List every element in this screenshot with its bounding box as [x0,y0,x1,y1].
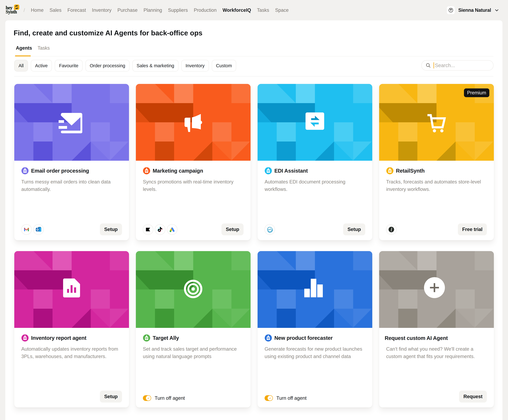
svg-text:SPS: SPS [267,228,272,231]
